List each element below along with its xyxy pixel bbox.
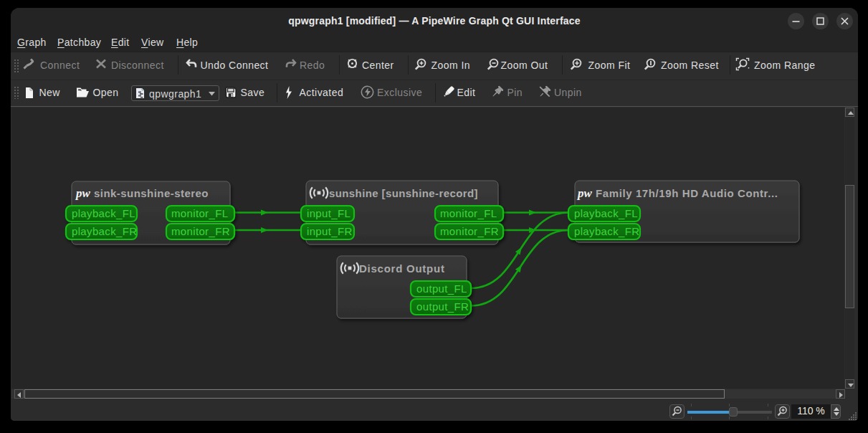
- svg-text:sunshine [sunshine-record]: sunshine [sunshine-record]: [329, 187, 478, 199]
- svg-text:playback_FR: playback_FR: [72, 225, 137, 237]
- svg-text:monitor_FR: monitor_FR: [171, 225, 230, 237]
- svg-text:playback_FR: playback_FR: [574, 225, 639, 237]
- svg-text:Family 17h/19h HD Audio Contr.: Family 17h/19h HD Audio Contr...: [596, 187, 778, 199]
- svg-text:sink-sunshine-stereo: sink-sunshine-stereo: [94, 187, 209, 199]
- svg-text:output_FR: output_FR: [416, 300, 469, 313]
- svg-text:monitor_FL: monitor_FL: [171, 207, 228, 219]
- svg-text:input_FL: input_FL: [307, 207, 350, 219]
- svg-text:playback_FL: playback_FL: [72, 207, 135, 219]
- svg-text:playback_FL: playback_FL: [574, 207, 638, 219]
- svg-text:monitor_FL: monitor_FL: [440, 207, 497, 219]
- svg-text:output_FL: output_FL: [416, 282, 467, 295]
- svg-text:pw: pw: [576, 186, 593, 200]
- svg-text:Discord Output: Discord Output: [359, 262, 445, 275]
- svg-text:pw: pw: [75, 186, 91, 200]
- svg-text:input_FR: input_FR: [307, 225, 353, 237]
- svg-text:monitor_FR: monitor_FR: [440, 225, 499, 237]
